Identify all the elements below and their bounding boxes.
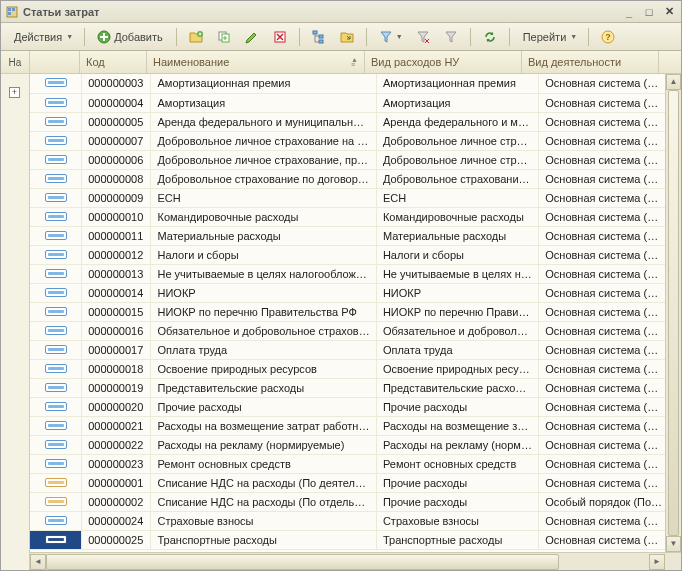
- cell-vid: Аренда федерального и му…: [376, 112, 538, 131]
- cell-deyat: Основная система (…: [539, 283, 681, 302]
- table-row[interactable]: 000000012Налоги и сборыНалоги и сборыОсн…: [30, 245, 681, 264]
- cell-code: 000000006: [82, 150, 151, 169]
- record-icon: [45, 269, 67, 278]
- cell-name: Расходы на возмещение затрат работн…: [151, 416, 376, 435]
- copy-icon: [216, 29, 232, 45]
- table-row[interactable]: 000000024Страховые взносыСтраховые взнос…: [30, 511, 681, 530]
- tree-expand-button[interactable]: +: [9, 87, 20, 98]
- add-button[interactable]: Добавить: [91, 26, 170, 48]
- scroll-left-button[interactable]: ◄: [30, 554, 46, 570]
- row-marker: [30, 283, 82, 302]
- table-row[interactable]: 000000020Прочие расходыПрочие расходыОсн…: [30, 397, 681, 416]
- scroll-right-button[interactable]: ►: [649, 554, 665, 570]
- table-row[interactable]: 000000011Материальные расходыМатериальны…: [30, 226, 681, 245]
- row-marker: [30, 226, 82, 245]
- column-header-code[interactable]: Код: [80, 51, 147, 73]
- scroll-up-button[interactable]: ▲: [666, 74, 681, 90]
- copy-button[interactable]: [211, 26, 237, 48]
- row-marker: [30, 207, 82, 226]
- table-row[interactable]: 000000017Оплата трудаОплата трудаОсновна…: [30, 340, 681, 359]
- actions-menu[interactable]: Действия ▼: [7, 26, 78, 48]
- cell-name: Оплата труда: [151, 340, 376, 359]
- table-row[interactable]: 000000016Обязательное и добровольное стр…: [30, 321, 681, 340]
- cell-vid: Материальные расходы: [376, 226, 538, 245]
- cell-deyat: Основная система (…: [539, 302, 681, 321]
- cell-vid: Транспортные расходы: [376, 530, 538, 549]
- table-row[interactable]: 000000018Освоение природных ресурсовОсво…: [30, 359, 681, 378]
- horizontal-scrollbar[interactable]: ◄ ►: [30, 552, 681, 570]
- maximize-button[interactable]: □: [641, 5, 657, 19]
- refresh-button[interactable]: [477, 26, 503, 48]
- table-row[interactable]: 000000023Ремонт основных средствРемонт о…: [30, 454, 681, 473]
- table-row[interactable]: 000000013Не учитываемые в целях налогооб…: [30, 264, 681, 283]
- table-row[interactable]: 000000005Аренда федерального и муниципал…: [30, 112, 681, 131]
- table-row[interactable]: 000000025Транспортные расходыТранспортны…: [30, 530, 681, 549]
- column-header-deyat[interactable]: Вид деятельности: [522, 51, 659, 73]
- table-row[interactable]: 000000022Расходы на рекламу (нормируемые…: [30, 435, 681, 454]
- row-marker: [30, 340, 82, 359]
- scroll-down-button[interactable]: ▼: [666, 536, 681, 552]
- goto-menu[interactable]: Перейти ▼: [516, 26, 583, 48]
- cell-name: Амортизация: [151, 93, 376, 112]
- cell-name: Аренда федерального и муниципально…: [151, 112, 376, 131]
- svg-rect-1: [8, 8, 11, 11]
- column-header-mark[interactable]: [30, 51, 80, 73]
- table-row[interactable]: 000000021Расходы на возмещение затрат ра…: [30, 416, 681, 435]
- table-row[interactable]: 000000002Списание НДС на расходы (По отд…: [30, 492, 681, 511]
- filter-button[interactable]: ▼: [373, 26, 408, 48]
- table-row[interactable]: 000000003Амортизационная премияАмортизац…: [30, 74, 681, 93]
- delete-button[interactable]: [267, 26, 293, 48]
- table-row[interactable]: 000000008Добровольное страхование по дог…: [30, 169, 681, 188]
- cell-deyat: Основная система (…: [539, 397, 681, 416]
- close-button[interactable]: ✕: [661, 5, 677, 19]
- cell-deyat: Особый порядок (По…: [539, 492, 681, 511]
- record-icon: [45, 345, 67, 354]
- cell-name: Добровольное личное страхование на …: [151, 131, 376, 150]
- help-button[interactable]: ?: [595, 26, 621, 48]
- table-row[interactable]: 000000004АмортизацияАмортизацияОсновная …: [30, 93, 681, 112]
- table-row[interactable]: 000000007Добровольное личное страхование…: [30, 131, 681, 150]
- minimize-button[interactable]: _: [621, 5, 637, 19]
- svg-rect-9: [313, 31, 317, 34]
- record-icon: [45, 459, 67, 468]
- cell-code: 000000025: [82, 530, 151, 549]
- record-icon: [45, 516, 67, 525]
- table-row[interactable]: 000000001Списание НДС на расходы (По дея…: [30, 473, 681, 492]
- add-label: Добавить: [114, 31, 163, 43]
- move-button[interactable]: [334, 26, 360, 48]
- table-row[interactable]: 000000015НИОКР по перечню Правительства …: [30, 302, 681, 321]
- scroll-thumb[interactable]: [668, 90, 679, 536]
- hscroll-thumb[interactable]: [46, 554, 559, 570]
- svg-text:?: ?: [605, 32, 611, 42]
- chevron-down-icon: ▼: [396, 33, 403, 40]
- filter-clear-button[interactable]: [438, 26, 464, 48]
- record-icon: [45, 136, 67, 145]
- table-row[interactable]: 000000019Представительские расходыПредст…: [30, 378, 681, 397]
- hierarchy-button[interactable]: [306, 26, 332, 48]
- cell-name: Списание НДС на расходы (По отдельн…: [151, 492, 376, 511]
- column-header-vid[interactable]: Вид расходов НУ: [365, 51, 522, 73]
- row-marker: [30, 473, 82, 492]
- cell-deyat: Основная система (…: [539, 207, 681, 226]
- record-icon: [45, 402, 67, 411]
- filter-off-button[interactable]: [410, 26, 436, 48]
- tree-header[interactable]: На: [1, 51, 29, 74]
- add-group-button[interactable]: [183, 26, 209, 48]
- cell-name: Не учитываемые в целях налогооблож…: [151, 264, 376, 283]
- cell-name: Прочие расходы: [151, 397, 376, 416]
- cell-code: 000000020: [82, 397, 151, 416]
- column-header-name[interactable]: Наименование▲≡: [147, 51, 365, 73]
- table-row[interactable]: 000000009ЕСНЕСНОсновная система (…: [30, 188, 681, 207]
- vertical-scrollbar[interactable]: ▲ ▼: [665, 74, 681, 552]
- cell-code: 000000008: [82, 169, 151, 188]
- record-icon: [45, 497, 67, 506]
- edit-button[interactable]: [239, 26, 265, 48]
- grid-body[interactable]: 000000003Амортизационная премияАмортизац…: [30, 74, 681, 552]
- row-marker: [30, 416, 82, 435]
- table-row[interactable]: 000000014НИОКРНИОКРОсновная система (…: [30, 283, 681, 302]
- row-marker: [30, 321, 82, 340]
- cell-vid: Прочие расходы: [376, 473, 538, 492]
- table-row[interactable]: 000000010Командировочные расходыКомандир…: [30, 207, 681, 226]
- table-row[interactable]: 000000006Добровольное личное страхование…: [30, 150, 681, 169]
- cell-code: 000000001: [82, 473, 151, 492]
